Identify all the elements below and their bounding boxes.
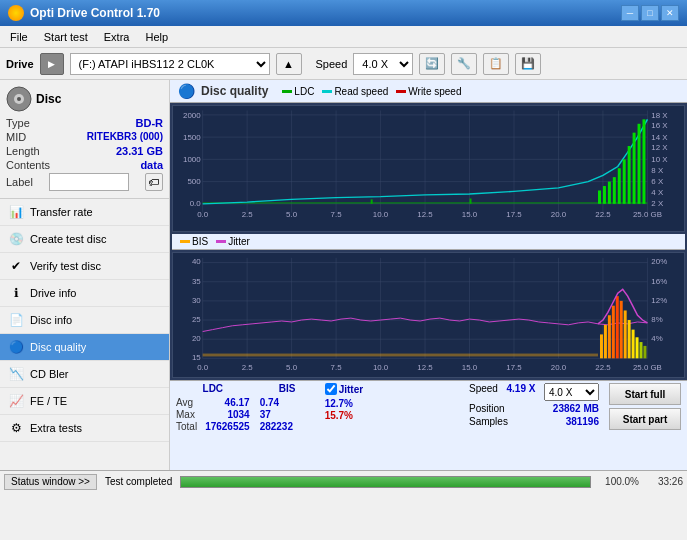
speed-label: Speed [316,58,348,70]
stats-jitter-max: 15.7% [325,410,385,421]
cd-bler-icon: 📉 [8,366,24,382]
sidebar-nav: 📊 Transfer rate 💿 Create test disc ✔ Ver… [0,199,169,470]
menu-start-test[interactable]: Start test [38,29,94,45]
sidebar-item-cd-bler[interactable]: 📉 CD Bler [0,361,169,388]
stats-jitter-avg: 12.7% [325,398,385,409]
svg-text:22.5: 22.5 [595,362,610,371]
app-title: Opti Drive Control 1.70 [30,6,160,20]
drive-action-icon[interactable]: ▲ [276,53,302,75]
stats-bar: LDC Avg 46.17 Max 1034 Total 17626525 BI… [170,380,687,470]
disc-quality-header: 🔵 Disc quality LDC Read speed Write spee… [170,80,687,103]
svg-rect-107 [632,329,635,358]
sidebar-item-extra-tests[interactable]: ⚙ Extra tests [0,415,169,442]
svg-rect-49 [613,177,616,204]
sidebar-item-transfer-rate[interactable]: 📊 Transfer rate [0,199,169,226]
svg-text:12 X: 12 X [651,144,667,153]
svg-text:6 X: 6 X [651,178,663,187]
svg-text:0.0: 0.0 [190,200,201,209]
app-icon [8,5,24,21]
info2-icon[interactable]: 📋 [483,53,509,75]
progress-time: 33:26 [643,476,683,487]
disc-row-contents: Contents data [6,158,163,172]
menu-file[interactable]: File [4,29,34,45]
svg-rect-55 [642,119,645,203]
svg-text:12.5: 12.5 [417,211,432,220]
svg-text:12.5: 12.5 [417,362,432,371]
svg-text:25: 25 [192,315,201,324]
svg-point-2 [17,97,21,101]
drive-eject-icon[interactable]: ▶ [40,53,64,75]
svg-rect-100 [604,324,607,358]
disc-row-length: Length 23.31 GB [6,144,163,158]
sidebar-item-label: Disc info [30,314,72,326]
transfer-rate-icon: 📊 [8,204,24,220]
svg-text:5.0: 5.0 [286,211,297,220]
ldc-header: LDC [176,383,250,396]
progress-pct: 100.0% [599,476,639,487]
svg-text:15.0: 15.0 [462,362,478,371]
refresh-icon[interactable]: 🔄 [419,53,445,75]
chart1-legend: LDC Read speed Write speed [282,86,461,97]
sidebar-item-label: Transfer rate [30,206,93,218]
start-full-button[interactable]: Start full [609,383,681,405]
sidebar-item-fe-te[interactable]: 📈 FE / TE [0,388,169,415]
bis-header: BIS [260,383,315,396]
svg-text:10.0: 10.0 [373,362,389,371]
menu-extra[interactable]: Extra [98,29,136,45]
start-buttons: Start full Start part [609,383,681,430]
svg-text:16%: 16% [651,276,667,285]
progress-bar-inner [181,477,590,487]
verify-disc-icon: ✔ [8,258,24,274]
label-icon[interactable]: 🏷 [145,173,163,191]
chart2-legend-bar: BIS Jitter [172,234,685,250]
drive-select[interactable]: (F:) ATAPI iHBS112 2 CL0K [70,53,270,75]
svg-text:20: 20 [192,334,201,343]
disc-row-mid: MID RITEKBR3 (000) [6,130,163,144]
svg-text:22.5: 22.5 [595,211,610,220]
jitter-checkbox[interactable] [325,383,337,395]
disc-label-input[interactable] [49,173,129,191]
window-controls: ─ □ ✕ [621,5,679,21]
close-button[interactable]: ✕ [661,5,679,21]
sidebar-item-drive-info[interactable]: ℹ Drive info [0,280,169,307]
chart1-svg: 2000 1500 1000 500 0.0 18 X 16 X 14 X 12… [173,106,684,231]
sidebar-item-create-test-disc[interactable]: 💿 Create test disc [0,226,169,253]
svg-text:17.5: 17.5 [506,362,521,371]
svg-text:20.0: 20.0 [551,211,566,220]
svg-rect-103 [616,296,619,358]
svg-text:25.0 GB: 25.0 GB [633,211,662,220]
sidebar-item-verify-test-disc[interactable]: ✔ Verify test disc [0,253,169,280]
svg-text:2.5: 2.5 [242,362,253,371]
sidebar-item-disc-info[interactable]: 📄 Disc info [0,307,169,334]
menu-help[interactable]: Help [139,29,174,45]
legend-bis: BIS [180,236,208,247]
svg-text:2000: 2000 [183,111,201,120]
settings-icon[interactable]: 🔧 [451,53,477,75]
sidebar-item-disc-quality[interactable]: 🔵 Disc quality [0,334,169,361]
test-completed-label: Test completed [105,476,172,487]
create-disc-icon: 💿 [8,231,24,247]
svg-text:2.5: 2.5 [242,211,253,220]
drive-bar: Drive ▶ (F:) ATAPI iHBS112 2 CL0K ▲ Spee… [0,48,687,80]
save-icon[interactable]: 💾 [515,53,541,75]
svg-text:30: 30 [192,295,201,304]
maximize-button[interactable]: □ [641,5,659,21]
speed-select2[interactable]: 4.0 X [544,383,599,401]
start-part-button[interactable]: Start part [609,408,681,430]
sidebar-item-label: Disc quality [30,341,86,353]
speed-select[interactable]: 4.0 X 1.0 X 2.0 X 8.0 X [353,53,413,75]
status-window-button[interactable]: Status window >> [4,474,97,490]
minimize-button[interactable]: ─ [621,5,639,21]
svg-text:17.5: 17.5 [506,211,521,220]
status-bar-area: Status window >> Test completed 100.0% 3… [0,470,687,492]
svg-rect-106 [628,320,631,358]
stats-bis-total: 282232 [260,421,315,432]
svg-rect-99 [600,334,603,358]
svg-rect-54 [638,124,641,204]
svg-rect-47 [603,186,606,204]
disc-section-title: Disc [36,92,61,106]
disc-row-label: Label 🏷 [6,172,163,192]
svg-text:10.0: 10.0 [373,211,388,220]
sidebar-item-label: Create test disc [30,233,106,245]
title-bar-left: Opti Drive Control 1.70 [8,5,160,21]
